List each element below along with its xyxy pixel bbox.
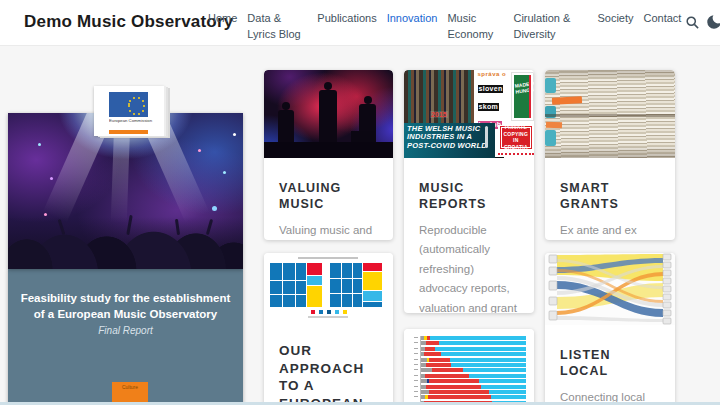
nav-item-contact[interactable]: Contact bbox=[644, 11, 682, 27]
bar-chart-row bbox=[421, 336, 526, 340]
slovak-chip: sloven bbox=[478, 85, 504, 93]
treemap-legend bbox=[264, 310, 393, 314]
sankey-chart-image bbox=[545, 253, 675, 325]
nav-item-society[interactable]: Society bbox=[597, 11, 633, 27]
hungary-green-cover: MADE IN HUNGARY bbox=[512, 73, 533, 121]
book-spines-cover: 2015 bbox=[404, 70, 474, 123]
nav-item-data-lyrics-blog[interactable]: Data & Lyrics Blog bbox=[247, 11, 307, 43]
slovak-title-top: správa o bbox=[478, 71, 510, 77]
dark-mode-moon-icon[interactable] bbox=[705, 13, 720, 28]
feasibility-report-cover[interactable]: European Commission Feasibility study fo… bbox=[8, 86, 243, 405]
welsh-banner-text: THE WELSH MUSIC INDUSTRIES IN A POST-COV… bbox=[407, 125, 492, 150]
bar-chart-image: 0% 25% 50% 75% 100% bbox=[404, 329, 534, 405]
top-navigation-bar: Demo Music Observatory Home Data & Lyric… bbox=[0, 0, 720, 46]
treemap-caption-placeholder bbox=[308, 316, 348, 318]
cover-subtitle: Final Report bbox=[8, 325, 243, 336]
treemap-title-placeholder bbox=[298, 257, 358, 259]
valuing-music-image bbox=[264, 70, 393, 158]
hungary-cover-text: MADE IN HUNGARY bbox=[514, 79, 534, 94]
bar-chart-row bbox=[421, 374, 526, 378]
bar-chart-row bbox=[421, 352, 526, 356]
bar-chart-row bbox=[421, 368, 526, 372]
croatia-label-text: PRIVATE COPYING IN CROATIA bbox=[502, 124, 531, 150]
slovak-report-cover: správa o sloven skom hudob nom priemy sl… bbox=[476, 70, 512, 123]
nav-item-home[interactable]: Home bbox=[208, 11, 237, 27]
card-smart-grants[interactable]: SMART GRANTS Ex ante and ex post grant e… bbox=[545, 70, 675, 240]
bar-chart-row bbox=[421, 395, 526, 399]
cover-title: Feasibility study for the establishment … bbox=[18, 291, 233, 322]
bar-chart-row bbox=[421, 347, 526, 351]
card-bar-chart[interactable]: 0% 25% 50% 75% 100% bbox=[404, 329, 534, 405]
cover-title-panel: Feasibility study for the establishment … bbox=[8, 269, 243, 405]
nav-item-publications[interactable]: Publications bbox=[317, 11, 376, 27]
slovak-chip: skom bbox=[478, 103, 500, 111]
treemap-chart-image bbox=[264, 253, 393, 320]
nav-item-cirulation-diversity[interactable]: Cirulation & Diversity bbox=[513, 11, 577, 43]
card-description: Valuing music and projecting royalty flo… bbox=[279, 221, 378, 241]
card-description: Ex ante and ex post grant evaluation bbox=[560, 221, 660, 241]
bar-chart-row bbox=[421, 385, 526, 389]
bar-chart-row bbox=[421, 379, 526, 383]
card-our-approach[interactable]: OUR APPROACH TO A EUROPEAN MUSIC OBSERVA… bbox=[264, 253, 393, 405]
card-title: SMART GRANTS bbox=[560, 180, 660, 213]
card-listen-local[interactable]: LISTEN LOCAL Connecting local bands with… bbox=[545, 253, 675, 405]
bar-chart-row bbox=[421, 363, 526, 367]
concert-crowd-photo bbox=[8, 113, 243, 269]
card-title: VALUING MUSIC bbox=[279, 180, 378, 213]
bar-chart-row bbox=[421, 341, 526, 345]
ec-logo-paper-stack: European Commission bbox=[94, 86, 164, 136]
ec-logo-orange-bar bbox=[109, 130, 148, 134]
card-title: OUR APPROACH TO A EUROPEAN MUSIC OBSERVA… bbox=[279, 342, 378, 405]
card-valuing-music[interactable]: VALUING MUSIC Valuing music and projecti… bbox=[264, 70, 393, 240]
croatia-label-cover: PRIVATE COPYING IN CROATIA bbox=[498, 125, 534, 155]
ec-logo-text: European Commission bbox=[109, 119, 152, 124]
card-title: MUSIC REPORTS bbox=[419, 180, 519, 213]
site-title[interactable]: Demo Music Observatory bbox=[24, 12, 233, 32]
search-icon[interactable] bbox=[685, 15, 700, 30]
microphone-icon bbox=[485, 126, 488, 148]
bar-chart-row bbox=[421, 358, 526, 362]
card-music-reports[interactable]: 2015 správa o sloven skom hudob nom prie… bbox=[404, 70, 534, 313]
card-description: Reproducible (automatically refreshing) … bbox=[419, 221, 519, 314]
nav-item-innovation[interactable]: Innovation bbox=[387, 11, 438, 27]
spines-year-label: 2015 bbox=[430, 111, 448, 118]
bar-chart-plot bbox=[420, 336, 526, 405]
welsh-music-banner: THE WELSH MUSIC INDUSTRIES IN A POST-COV… bbox=[404, 123, 495, 158]
nav-item-music-economy[interactable]: Music Economy bbox=[447, 11, 497, 43]
music-reports-collage-image: 2015 správa o sloven skom hudob nom prie… bbox=[404, 70, 534, 158]
eu-flag-icon bbox=[109, 92, 148, 117]
bar-chart-row bbox=[421, 390, 526, 394]
smart-grants-binders-image bbox=[545, 70, 675, 158]
main-nav: Home Data & Lyrics Blog Publications Inn… bbox=[208, 11, 681, 43]
card-title: LISTEN LOCAL bbox=[560, 347, 660, 380]
